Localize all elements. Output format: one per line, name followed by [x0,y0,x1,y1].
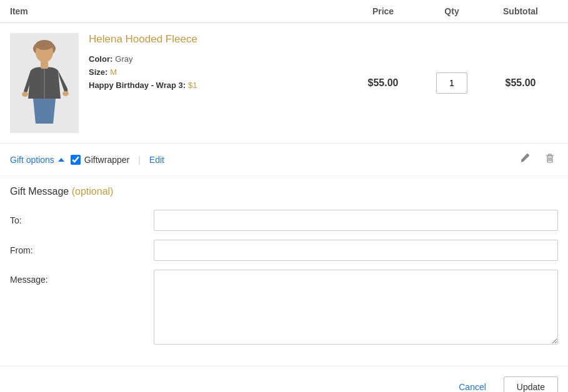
item-details: Helena Hooded Fleece Color: Gray Size: M… [89,33,197,90]
color-value: Gray [115,54,132,64]
pencil-icon [519,152,531,164]
actions-left: Gift options Giftwrapper | Edit [10,155,164,165]
pencil-button[interactable] [517,150,533,169]
col-qty-header: Qty [421,6,483,16]
col-item-header: Item [10,6,346,16]
wrap-label: Happy Birthday - Wrap 3: [89,81,186,90]
gift-options-toggle[interactable]: Gift options [10,155,64,165]
item-subtotal: $55.00 [483,77,558,89]
item-price: $55.00 [346,77,421,89]
gift-options-label: Gift options [10,155,54,165]
footer-row: Cancel Update [0,366,568,392]
wrap-value: $1 [188,81,197,90]
cancel-button[interactable]: Cancel [451,377,494,392]
size-detail: Size: M [89,67,197,77]
svg-point-4 [62,91,69,96]
table-header: Item Price Qty Subtotal [0,0,568,23]
message-label: Message: [10,270,154,285]
color-detail: Color: Gray [89,54,197,64]
actions-row: Gift options Giftwrapper | Edit [0,144,568,176]
message-textarea[interactable] [154,270,558,345]
message-field-row: Message: [10,270,558,345]
table-row: Helena Hooded Fleece Color: Gray Size: M… [0,23,568,144]
size-label: Size: [89,67,107,77]
qty-input[interactable] [436,72,467,94]
gift-message-optional-text: (optional) [72,186,114,197]
svg-rect-5 [41,61,48,69]
gift-message-section: Gift Message (optional) To: From: Messag… [0,176,568,366]
product-image-svg [13,36,76,130]
product-image [10,33,79,133]
edit-link[interactable]: Edit [149,155,164,165]
size-value: M [110,67,117,77]
actions-right [517,150,558,169]
item-qty-cell [421,72,483,94]
giftwrapper-checkbox[interactable] [71,155,81,165]
giftwrapper-section: Giftwrapper [71,155,129,165]
color-label: Color: [89,54,112,64]
to-label: To: [10,215,154,225]
col-subtotal-header: Subtotal [483,6,558,16]
to-input[interactable] [154,210,558,231]
trash-icon [544,152,556,164]
col-price-header: Price [346,6,421,16]
svg-point-3 [22,92,28,97]
from-input[interactable] [154,240,558,261]
from-label: From: [10,245,154,255]
gift-message-title-text: Gift Message [10,186,69,197]
update-button[interactable]: Update [504,376,558,392]
svg-point-2 [36,40,53,50]
product-name: Helena Hooded Fleece [89,33,197,46]
item-cell: Helena Hooded Fleece Color: Gray Size: M… [10,33,346,133]
from-field-row: From: [10,240,558,261]
giftwrapper-label: Giftwrapper [84,155,129,165]
chevron-up-icon [58,158,64,162]
gift-message-title: Gift Message (optional) [10,186,558,197]
separator: | [138,155,141,165]
wrap-detail: Happy Birthday - Wrap 3: $1 [89,81,197,90]
to-field-row: To: [10,210,558,231]
trash-button[interactable] [542,150,558,169]
